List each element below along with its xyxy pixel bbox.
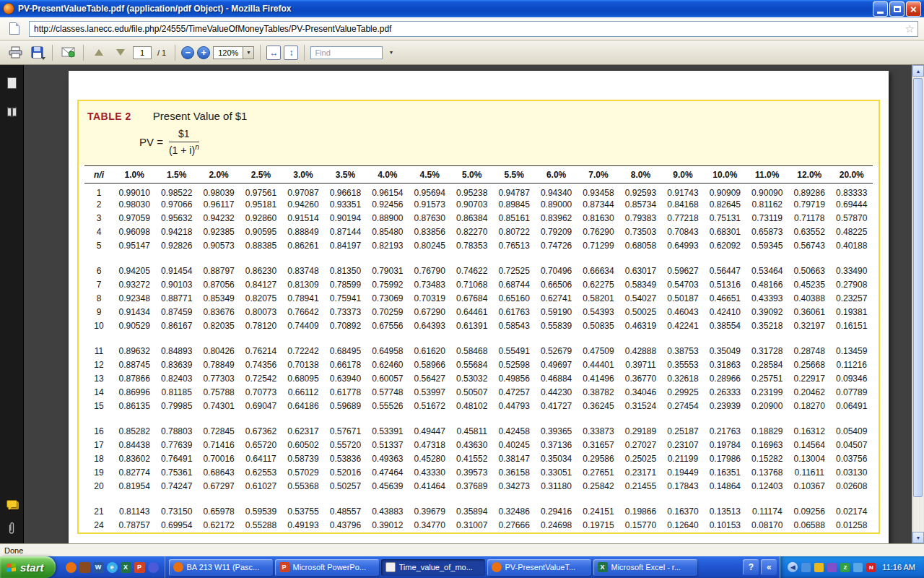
present-value-table: n/i1.0%1.5%2.0%2.5%3.0%3.5%4.0%4.5%5.0%5… — [84, 165, 873, 532]
zoom-in-button[interactable]: + — [197, 46, 210, 59]
cell-value: 0.28966 — [704, 372, 746, 386]
cell-value: 0.95238 — [451, 183, 493, 198]
cell-value: 0.95694 — [409, 183, 450, 198]
cell-value: 0.20900 — [746, 400, 788, 413]
zoom-out-button[interactable]: − — [181, 46, 194, 59]
close-button[interactable]: × — [906, 1, 921, 17]
taskbar-button-excel[interactable]: XMicrosoft Excel - r... — [593, 559, 697, 576]
bookmark-star-icon[interactable]: ☆ — [905, 23, 915, 34]
table-row-n-24: 240.787570.699540.621720.552880.491930.4… — [84, 519, 873, 532]
cell-period: 9 — [84, 306, 113, 319]
volume-icon[interactable] — [801, 563, 811, 572]
cell-value: 0.57748 — [367, 386, 409, 400]
cell-period: 11 — [84, 345, 113, 358]
vertical-scrollbar[interactable]: ▲ ▼ — [912, 65, 924, 543]
cell-period: 6 — [84, 264, 113, 278]
security-shield-icon[interactable] — [814, 563, 824, 572]
previous-page-button[interactable] — [90, 43, 108, 62]
help-button[interactable]: ? — [743, 559, 759, 575]
ie-quicklaunch-icon[interactable]: e — [107, 562, 118, 573]
column-header-7.0%: 7.0% — [578, 165, 619, 183]
cell-value: 0.85349 — [198, 292, 240, 306]
minimize-button[interactable] — [873, 1, 888, 17]
page-number-input[interactable] — [133, 46, 152, 59]
email-button[interactable] — [58, 43, 77, 62]
cell-value: 0.33051 — [535, 466, 577, 480]
document-icon — [385, 562, 396, 572]
cell-value: 0.55288 — [240, 519, 282, 532]
powerpoint-quicklaunch-icon[interactable]: P — [134, 562, 145, 573]
word-quicklaunch-icon[interactable]: W — [93, 562, 104, 573]
maximize-button[interactable] — [889, 1, 905, 17]
cell-value: 0.50257 — [324, 480, 366, 493]
save-button[interactable] — [27, 43, 46, 62]
firefox-quicklaunch-icon[interactable] — [66, 562, 77, 573]
attachments-panel-icon[interactable] — [4, 520, 19, 536]
cell-value: 0.71416 — [198, 439, 240, 452]
scroll-up-button[interactable]: ▲ — [912, 65, 924, 77]
cell-period: 14 — [84, 386, 113, 400]
norton-icon[interactable]: N — [866, 563, 876, 572]
taskbar-button-powerpoint[interactable]: PMicrosoft PowerPo... — [275, 559, 379, 576]
cell-value: 0.94340 — [535, 183, 577, 198]
pages-panel-icon[interactable] — [4, 75, 19, 91]
cell-value: 0.17986 — [704, 452, 746, 466]
cell-value: 0.12640 — [662, 519, 704, 532]
url-input[interactable] — [34, 24, 905, 34]
start-button[interactable]: start — [0, 556, 56, 578]
cell-value: 0.01258 — [830, 519, 873, 532]
cell-value: 0.84168 — [662, 198, 704, 212]
cell-value: 0.02608 — [830, 480, 873, 493]
cell-value: 0.53997 — [409, 386, 450, 400]
cell-value: 0.79031 — [367, 264, 409, 278]
network-icon[interactable] — [853, 563, 863, 572]
cell-value: 0.88771 — [155, 292, 197, 306]
pdf-canvas[interactable]: TABLE 2 Present Value of $1 PV = $1 (1 +… — [24, 65, 912, 543]
fit-page-button[interactable]: ↕ — [284, 46, 298, 60]
scrollbar-track[interactable] — [912, 77, 924, 532]
save-dropdown-arrow[interactable] — [41, 57, 45, 60]
find-dropdown-arrow[interactable]: ▼ — [385, 46, 396, 59]
taskbar-button-firefox[interactable]: PV-PresentValueT... — [487, 559, 591, 576]
next-page-button[interactable] — [111, 43, 130, 62]
taskbar-button-firefox[interactable]: BA 213 W11 (Pasc... — [169, 559, 273, 576]
cell-value: 0.50025 — [619, 306, 661, 319]
toolbar-overflow-button[interactable]: « — [761, 559, 777, 575]
page-icon-button[interactable] — [6, 20, 23, 38]
cell-value: 0.13768 — [746, 466, 788, 480]
mail-quicklaunch-icon[interactable] — [79, 562, 90, 573]
taskbar-button-document[interactable]: Time_value_of_mo... — [381, 559, 485, 576]
excel-quicklaunch-icon[interactable]: X — [121, 562, 131, 573]
cell-value: 0.66112 — [282, 386, 324, 400]
media-player-quicklaunch-icon[interactable] — [148, 562, 159, 573]
cell-value: 0.76513 — [493, 239, 535, 253]
comments-panel-icon[interactable] — [4, 496, 19, 512]
cell-value: 0.54703 — [662, 278, 704, 292]
find-input[interactable] — [310, 46, 383, 59]
zoom-level-select[interactable]: 120% ▼ — [213, 46, 254, 59]
cell-value: 0.97066 — [155, 198, 197, 212]
scrollbar-thumb[interactable] — [913, 78, 923, 497]
bookmarks-panel-icon[interactable] — [4, 104, 19, 120]
toolbar-separator — [52, 45, 53, 61]
cell-value: 0.59689 — [324, 400, 366, 413]
cell-value: 0.92385 — [198, 225, 240, 239]
cell-value: 0.23171 — [619, 466, 661, 480]
hidden-icons-chevron[interactable]: ◀ — [788, 562, 798, 572]
cell-value: 0.82645 — [704, 198, 746, 212]
fit-width-button[interactable]: ↔ — [266, 46, 281, 60]
cell-value: 0.78353 — [451, 239, 493, 253]
cell-value: 0.55684 — [451, 358, 493, 372]
cell-value: 0.23199 — [746, 386, 788, 400]
messenger-icon[interactable] — [827, 563, 837, 572]
cell-value: 0.50663 — [788, 264, 830, 278]
column-header-20.0%: 20.0% — [830, 165, 873, 183]
zoom-dropdown-arrow[interactable]: ▼ — [243, 47, 253, 59]
cell-value: 0.69444 — [830, 198, 873, 212]
url-field[interactable]: ☆ — [29, 21, 918, 37]
cell-value: 0.64117 — [240, 452, 282, 466]
scroll-down-button[interactable]: ▼ — [912, 532, 924, 543]
taskbar-mini-buttons: ?« — [740, 556, 780, 578]
antivirus-icon[interactable]: Z — [840, 563, 850, 572]
print-button[interactable] — [6, 43, 25, 62]
